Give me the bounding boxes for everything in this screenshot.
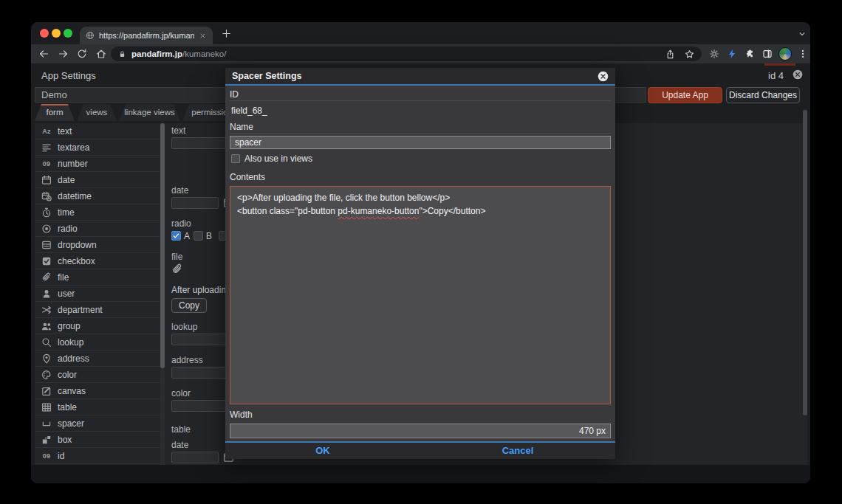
sidebar-item-box[interactable]: box	[35, 432, 160, 448]
contents-label: Contents	[230, 171, 611, 184]
traffic-close-button[interactable]	[40, 29, 49, 38]
name-input[interactable]	[230, 136, 611, 149]
modal-close-icon[interactable]	[598, 71, 609, 82]
also-use-in-views-checkbox[interactable]	[231, 154, 240, 163]
also-use-in-views-label: Also use in views	[244, 153, 312, 164]
department-icon	[41, 305, 52, 315]
bookmark-star-icon[interactable]	[685, 49, 694, 59]
sidebar-item-label: textarea	[58, 142, 89, 153]
sidebar-item-label: time	[58, 207, 75, 218]
page-close-icon[interactable]	[793, 69, 803, 80]
width-input[interactable]	[230, 424, 611, 438]
field-label-file: file	[171, 252, 182, 262]
sidebar-item-date[interactable]: date	[35, 172, 160, 188]
browser-window: https://pandafirm.jp/kumaneko pandafirm.…	[31, 22, 810, 483]
cancel-button[interactable]: Cancel	[420, 443, 615, 459]
group-icon	[41, 321, 52, 331]
checkbox-icon	[41, 256, 52, 266]
browser-tabstrip: https://pandafirm.jp/kumaneko	[31, 22, 810, 44]
contents-textarea[interactable]: <p>After uploading the file, click the b…	[230, 186, 611, 404]
also-use-in-views-row[interactable]: Also use in views	[231, 153, 312, 164]
sidebar-item-label: user	[58, 289, 75, 299]
sidebar-item-number[interactable]: 09number	[35, 156, 160, 172]
spacer-icon	[41, 418, 52, 429]
sidebar-item-label: canvas	[58, 386, 86, 396]
screenshot-stage: https://pandafirm.jp/kumaneko pandafirm.…	[0, 0, 842, 504]
field-label-date: date	[171, 185, 188, 196]
sidebar-item-label: datetime	[58, 191, 92, 201]
modal-title: Spacer Settings	[232, 71, 301, 81]
paperclip-icon[interactable]	[171, 263, 183, 275]
page-viewport: App Settings id 4 Update App Discard Cha…	[31, 63, 810, 483]
traffic-minimize-button[interactable]	[52, 29, 61, 38]
date-icon	[41, 175, 52, 185]
sidebar-item-label: number	[58, 159, 88, 169]
discard-changes-button[interactable]: Discard Changes	[726, 87, 800, 103]
settings-tab-views[interactable]: views	[77, 104, 117, 121]
settings-tab-form[interactable]: form	[35, 104, 75, 121]
sidebar-item-checkbox[interactable]: checkbox	[35, 253, 160, 269]
back-button[interactable]	[38, 49, 49, 59]
tab-search-chevron-icon[interactable]	[798, 30, 807, 38]
update-app-button[interactable]: Update App	[648, 87, 722, 103]
url-bar[interactable]: pandafirm.jp/kumaneko/	[111, 46, 702, 61]
id-label: ID	[230, 89, 611, 101]
contents-code-line: <button class="pd-button pd-kumaneko-but…	[237, 204, 603, 218]
sidebar-item-dropdown[interactable]: dropdown	[35, 237, 160, 253]
id-icon: 09	[41, 451, 52, 461]
sidebar-item-spacer[interactable]: spacer	[35, 415, 160, 432]
sidebar-item-label: group	[58, 321, 81, 331]
sidebar-item-label: spacer	[58, 418, 84, 429]
url-host: pandafirm.jp	[131, 49, 182, 58]
sidebar-item-label: box	[58, 435, 72, 445]
copy-button[interactable]: Copy	[171, 298, 207, 313]
sidebar-item-id[interactable]: 09id	[35, 448, 160, 464]
home-button[interactable]	[96, 49, 106, 59]
sidebar-item-textarea[interactable]: textarea	[35, 139, 160, 156]
radio-icon	[41, 224, 52, 234]
reload-button[interactable]	[77, 49, 87, 59]
gear-extension-icon[interactable]	[709, 49, 719, 59]
browser-tab[interactable]: https://pandafirm.jp/kumaneko	[80, 27, 213, 44]
page-scrollbar[interactable]	[803, 108, 807, 465]
sidebar-item-canvas[interactable]: canvas	[35, 383, 160, 399]
ok-button[interactable]: OK	[225, 443, 420, 459]
id-value: field_68_	[231, 106, 267, 116]
new-tab-button[interactable]	[222, 29, 231, 38]
sidebar-item-group[interactable]: group	[35, 318, 160, 334]
profile-avatar[interactable]	[778, 47, 792, 61]
browser-menu-icon[interactable]	[798, 49, 808, 59]
side-panel-icon[interactable]	[762, 49, 773, 59]
textarea-icon	[41, 142, 52, 153]
sidebar-item-label: department	[58, 305, 103, 315]
sidebar-item-user[interactable]: user	[35, 286, 160, 302]
sidebar-item-file[interactable]: file	[35, 269, 160, 286]
sidebar-item-label: table	[58, 402, 77, 412]
sidebar-item-datetime[interactable]: datetime	[35, 188, 160, 204]
dropdown-icon	[41, 240, 52, 250]
extensions-puzzle-icon[interactable]	[745, 49, 755, 59]
page-scrollbar-thumb[interactable]	[803, 110, 807, 415]
url-path: /kumaneko/	[182, 49, 226, 58]
user-icon	[41, 289, 52, 299]
field-input-date[interactable]	[171, 197, 219, 209]
share-icon[interactable]	[665, 49, 675, 59]
sidebar-item-time[interactable]: time	[35, 204, 160, 221]
field-input-date[interactable]	[171, 452, 219, 463]
sidebar-item-lookup[interactable]: lookup	[35, 334, 160, 351]
browser-toolbar: pandafirm.jp/kumaneko/	[31, 44, 810, 63]
sidebar-item-radio[interactable]: radio	[35, 221, 160, 237]
sidebar-item-color[interactable]: color	[35, 367, 160, 383]
sidebar-item-label: text	[58, 126, 72, 137]
bolt-extension-icon[interactable]	[727, 49, 737, 59]
tab-close-icon[interactable]	[199, 32, 207, 40]
forward-button[interactable]	[58, 49, 69, 59]
sidebar-item-table[interactable]: table	[35, 399, 160, 415]
traffic-zoom-button[interactable]	[64, 29, 72, 38]
choice-checkbox-B[interactable]	[194, 231, 203, 241]
sidebar-item-address[interactable]: address	[35, 351, 160, 367]
sidebar-item-text[interactable]: Aztext	[35, 123, 160, 139]
sidebar-item-department[interactable]: department	[35, 302, 160, 318]
settings-tab-linkage-views[interactable]: linkage views	[119, 104, 180, 121]
choice-checkbox-A[interactable]	[171, 231, 181, 241]
